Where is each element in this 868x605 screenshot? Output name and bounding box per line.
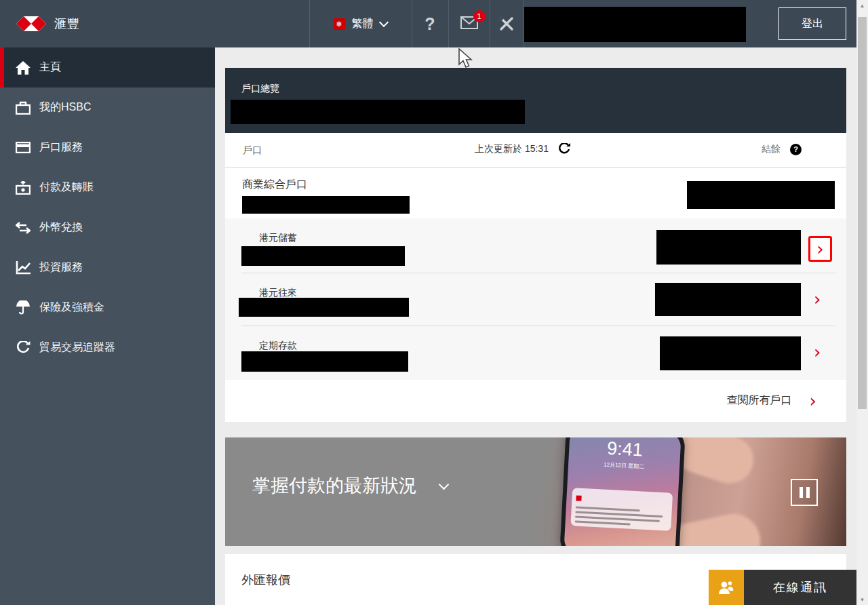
- redacted-balance: [656, 230, 801, 265]
- sidebar-item-label: 戶口服務: [39, 140, 83, 155]
- sidebar-item-label: 我的HSBC: [39, 100, 91, 115]
- overview-card-header: 戶口總覽: [225, 68, 846, 133]
- sidebar-item-account-services[interactable]: 戶口服務: [0, 128, 215, 168]
- account-detail-button[interactable]: ›: [814, 345, 821, 359]
- sidebar-item-trade-tracker[interactable]: 貿易交易追蹤器: [0, 328, 215, 368]
- redacted-account-number: [241, 246, 405, 266]
- redacted-balance: [655, 283, 801, 316]
- account-detail-button-focused[interactable]: ›: [808, 236, 832, 262]
- live-chat-label: 在線通訊: [744, 570, 856, 605]
- scrollbar-down-arrow[interactable]: ▼: [856, 594, 868, 605]
- sidebar-item-label: 主頁: [39, 60, 61, 75]
- last-updated: 上次更新於 15:31: [475, 143, 570, 155]
- chevron-down-icon: [378, 18, 388, 27]
- chevron-right-icon: ›: [816, 242, 823, 256]
- hsbc-logo[interactable]: 滙豐: [16, 0, 80, 47]
- accounts-column-label: 戶口: [243, 144, 262, 157]
- unread-count-badge: 1: [473, 10, 486, 22]
- fx-panel-title: 外匯報價: [241, 572, 290, 588]
- account-group-row: 商業綜合戶口: [225, 168, 846, 218]
- help-icon: ?: [425, 14, 435, 34]
- pause-icon: [800, 487, 803, 498]
- payment-icon: [15, 181, 31, 195]
- tools-icon: [498, 16, 515, 32]
- balance-help-icon[interactable]: ?: [790, 144, 802, 155]
- account-card-icon: [15, 142, 31, 153]
- phone-image: 9:41 12月12日 星期二: [559, 437, 686, 546]
- language-selector[interactable]: ✻ 繁體: [309, 0, 411, 47]
- promo-banner[interactable]: 掌握付款的最新狀況 9:41 12月12日 星期二: [225, 437, 846, 546]
- redacted-account-number: [241, 351, 408, 372]
- sidebar-item-insurance-mpf[interactable]: 保險及強積金: [0, 288, 215, 328]
- briefcase-icon: [15, 101, 31, 115]
- chat-people-icon: [717, 579, 735, 596]
- scrollbar-thumb[interactable]: [858, 17, 867, 409]
- language-label: 繁體: [352, 17, 374, 31]
- help-button[interactable]: ?: [412, 0, 448, 47]
- sidebar-item-label: 付款及轉賬: [39, 180, 94, 195]
- refresh-icon[interactable]: [558, 143, 570, 155]
- account-name: 定期存款: [259, 340, 297, 352]
- page-scrollbar[interactable]: ▲ ▼: [856, 0, 868, 605]
- sidebar-item-investments[interactable]: 投資服務: [0, 248, 215, 288]
- live-chat-button[interactable]: 在線通訊: [709, 570, 856, 605]
- messages-button[interactable]: 1: [448, 0, 490, 47]
- overview-card-title: 戶口總覽: [241, 83, 279, 95]
- view-all-label: 查閱所有戶口: [727, 393, 792, 408]
- redacted-balance: [660, 336, 801, 370]
- redacted-company-name: [231, 100, 525, 124]
- account-row-hkd-savings: 港元儲蓄 ›: [225, 218, 846, 273]
- account-row-time-deposit: 定期存款 ›: [225, 326, 846, 380]
- sidebar-item-my-hsbc[interactable]: 我的HSBC: [0, 87, 215, 128]
- umbrella-icon: [15, 300, 31, 315]
- account-overview-card: 戶口總覽 戶口 上次更新於 15:31 結餘 ? 商業綜合戶口: [225, 68, 846, 422]
- last-updated-text: 上次更新於 15:31: [475, 143, 549, 155]
- banner-title-toggle[interactable]: 掌握付款的最新狀況: [252, 473, 448, 498]
- account-group-title: 商業綜合戶口: [242, 178, 307, 192]
- sidebar-item-label: 保險及強積金: [39, 300, 104, 315]
- sidebar-item-fx[interactable]: 外幣兌換: [0, 208, 215, 248]
- tools-button[interactable]: [490, 0, 524, 47]
- sidebar-item-label: 外幣兌換: [39, 220, 83, 235]
- account-detail-button[interactable]: ›: [814, 292, 821, 306]
- account-name: 港元儲蓄: [259, 232, 297, 244]
- banner-title-text: 掌握付款的最新狀況: [252, 473, 417, 498]
- chevron-down-icon: [439, 479, 450, 490]
- investment-chart-icon: [15, 261, 31, 275]
- phone-time-text: 9:41: [569, 437, 681, 463]
- view-all-row: 查閱所有戶口 ›: [225, 380, 846, 422]
- redacted-account-number: [242, 196, 410, 214]
- hk-flag-icon: ✻: [334, 18, 345, 30]
- redacted-account-number: [239, 298, 409, 317]
- accounts-table-header: 戶口 上次更新於 15:31 結餘 ?: [225, 133, 846, 168]
- view-all-accounts-link[interactable]: 查閱所有戶口 ›: [727, 393, 816, 408]
- hsbc-notification-logo-icon: [576, 495, 581, 501]
- sidebar-item-label: 貿易交易追蹤器: [39, 340, 115, 355]
- sidebar-item-home[interactable]: 主頁: [0, 47, 215, 87]
- sidebar-nav: 主頁 我的HSBC 戶口服務 付款及轉賬 外幣兌換 投資服務 保險及強積金: [0, 47, 215, 605]
- pause-button[interactable]: [791, 479, 818, 506]
- tracker-refresh-icon: [15, 341, 31, 355]
- scrollbar-up-arrow[interactable]: ▲: [856, 0, 868, 11]
- notification-text-line: [575, 520, 631, 525]
- balance-column-label: 結餘: [762, 143, 781, 155]
- redacted-customer-name: [524, 7, 746, 42]
- exchange-arrows-icon: [15, 222, 31, 234]
- phone-screen-image: 9:41 12月12日 星期二: [564, 437, 681, 546]
- redacted-balance: [687, 181, 835, 209]
- sidebar-item-payments-transfers[interactable]: 付款及轉賬: [0, 168, 215, 208]
- main-content: 戶口總覽 戶口 上次更新於 15:31 結餘 ? 商業綜合戶口: [215, 47, 856, 605]
- top-header: 滙豐 ✻ 繁體 ? 1 登出: [0, 0, 868, 47]
- account-row-hkd-current: 港元往來 ›: [225, 273, 846, 326]
- logout-button[interactable]: 登出: [778, 7, 846, 40]
- sidebar-item-label: 投資服務: [39, 260, 83, 275]
- brand-name: 滙豐: [54, 16, 80, 32]
- phone-notification-card: [570, 488, 673, 531]
- chevron-right-icon: ›: [810, 394, 816, 408]
- hsbc-hexagon-icon: [16, 16, 46, 31]
- home-icon: [15, 61, 31, 75]
